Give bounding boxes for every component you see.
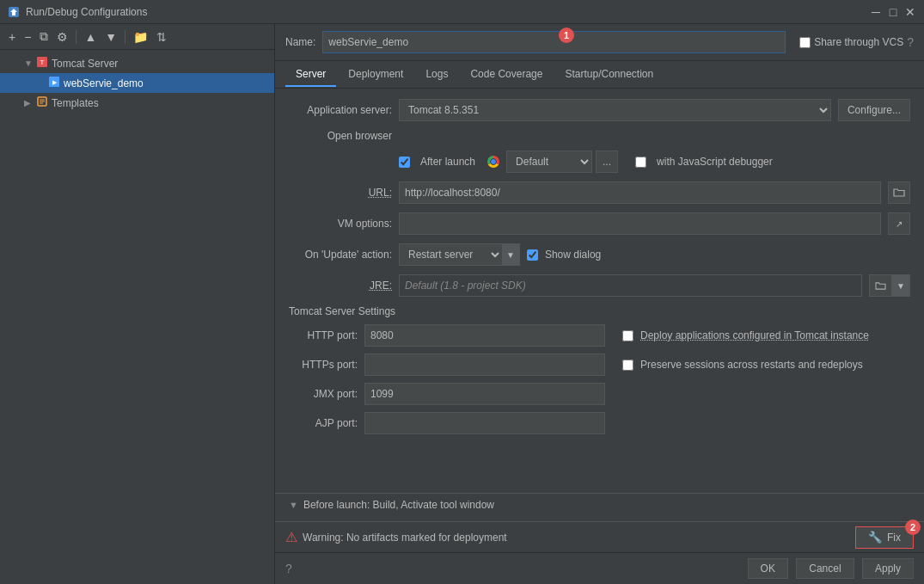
share-vcs-row: Share through VCS ? — [799, 35, 914, 49]
warning-message: ⚠ Warning: No artifacts marked for deplo… — [285, 529, 507, 545]
deploy-apps-checkbox[interactable] — [622, 330, 633, 341]
separator2 — [125, 30, 125, 44]
tree-group-tomcat[interactable]: ▼ T Tomcat Server — [0, 53, 274, 73]
before-launch-label: Before launch: Build, Activate tool wind… — [303, 499, 494, 511]
browser-select[interactable]: Default — [506, 151, 592, 173]
share-help-button[interactable]: ? — [907, 35, 914, 49]
share-vcs-checkbox[interactable] — [799, 37, 811, 48]
name-input[interactable] — [322, 31, 786, 53]
vm-options-label: VM options: — [289, 218, 392, 230]
name-row: 1 Name: Share through VCS ? — [275, 24, 924, 61]
help-button[interactable]: ? — [285, 562, 292, 575]
url-input[interactable] — [399, 181, 881, 204]
on-update-row: On 'Update' action: Restart server ▼ Sho… — [289, 243, 910, 266]
restart-server-select[interactable]: Restart server — [399, 243, 502, 266]
before-launch-header: ▼ Before launch: Build, Activate tool wi… — [289, 499, 910, 511]
svg-text:T: T — [40, 58, 45, 66]
jre-input[interactable] — [399, 274, 862, 297]
vm-options-row: VM options: ↗ — [289, 212, 910, 235]
folder-button[interactable]: 📁 — [130, 28, 151, 46]
preserve-sessions-label: Preserve sessions across restarts and re… — [640, 359, 863, 371]
app-server-controls: Tomcat 8.5.351 Configure... — [399, 99, 910, 121]
jre-row: JRE: ▼ — [289, 274, 910, 297]
before-launch-section: ▼ Before launch: Build, Activate tool wi… — [275, 493, 924, 521]
show-dialog-row: Show dialog — [527, 249, 601, 261]
jmx-port-label: JMX port: — [289, 388, 358, 400]
action-buttons-row: ? OK Cancel Apply — [275, 552, 924, 584]
templates-icon — [36, 95, 48, 110]
tabs-row: Server Deployment Logs Code Coverage Sta… — [275, 61, 924, 89]
expand-arrow: ▼ — [24, 58, 36, 68]
config-icon: ▶ — [48, 76, 60, 90]
move-up-button[interactable]: ▲ — [81, 28, 100, 46]
tab-deployment[interactable]: Deployment — [338, 63, 413, 87]
browser-select-row: Default ... — [487, 151, 618, 173]
app-server-select[interactable]: Tomcat 8.5.351 — [399, 99, 831, 121]
apply-button[interactable]: Apply — [862, 558, 914, 579]
tree-group-label: Tomcat Server — [52, 58, 118, 70]
ok-button[interactable]: OK — [748, 558, 788, 579]
tab-logs[interactable]: Logs — [415, 63, 458, 87]
js-debugger-label: with JavaScript debugger — [657, 156, 773, 168]
copy-config-button[interactable]: ⧉ — [36, 28, 52, 46]
jre-buttons: ▼ — [869, 274, 910, 297]
tab-code-coverage[interactable]: Code Coverage — [460, 63, 553, 87]
jre-folder-button[interactable] — [869, 274, 891, 297]
open-browser-section: Open browser After launch Default ... wi… — [289, 130, 910, 173]
after-launch-label: After launch — [420, 156, 475, 168]
right-panel: 1 Name: Share through VCS ? Server Deplo… — [275, 24, 924, 584]
after-launch-checkbox[interactable] — [399, 157, 410, 168]
before-launch-collapse[interactable]: ▼ — [289, 500, 298, 510]
vm-options-input[interactable] — [399, 212, 881, 235]
configure-button[interactable]: Configure... — [838, 99, 910, 121]
tree-item-templates[interactable]: ▶ Templates — [0, 93, 274, 113]
jmx-port-input[interactable] — [364, 383, 605, 405]
url-folder-button[interactable] — [888, 181, 910, 204]
vm-expand-button[interactable]: ↗ — [888, 212, 910, 235]
open-browser-header-row: Open browser — [289, 130, 910, 142]
tomcat-settings-title: Tomcat Server Settings — [289, 305, 910, 317]
warning-icon: ⚠ — [285, 529, 297, 545]
cancel-button[interactable]: Cancel — [796, 558, 854, 579]
show-dialog-label: Show dialog — [545, 249, 601, 261]
url-label: URL: — [289, 187, 392, 199]
tab-server[interactable]: Server — [285, 63, 336, 87]
jmx-port-row: JMX port: — [289, 383, 910, 405]
chrome-icon — [487, 156, 499, 168]
add-config-button[interactable]: + — [5, 28, 19, 46]
preserve-sessions-checkbox[interactable] — [622, 360, 633, 371]
warning-text-content: Warning: No artifacts marked for deploym… — [303, 532, 507, 544]
show-dialog-checkbox[interactable] — [527, 249, 538, 261]
ajp-port-label: AJP port: — [289, 417, 358, 429]
settings-button[interactable]: ⚙ — [53, 28, 71, 46]
window-controls[interactable]: ─ □ ✕ — [869, 5, 917, 19]
title-bar: Run/Debug Configurations ─ □ ✕ — [0, 0, 924, 24]
jre-label: JRE: — [289, 280, 392, 292]
maximize-button[interactable]: □ — [886, 5, 900, 19]
window-title: Run/Debug Configurations — [26, 6, 869, 18]
close-button[interactable]: ✕ — [903, 5, 917, 19]
ajp-port-input[interactable] — [364, 412, 605, 434]
browser-more-button[interactable]: ... — [596, 151, 618, 173]
js-debugger-checkbox[interactable] — [635, 157, 646, 168]
url-row: URL: — [289, 181, 910, 204]
jre-dropdown-button[interactable]: ▼ — [891, 274, 910, 297]
fix-button-wrapper: 2 🔧 Fix — [855, 526, 914, 549]
config-content: Application server: Tomcat 8.5.351 Confi… — [275, 89, 924, 489]
move-down-button[interactable]: ▼ — [101, 28, 120, 46]
tab-startup-connection[interactable]: Startup/Connection — [554, 63, 664, 87]
http-port-input[interactable] — [364, 324, 605, 347]
ajp-port-row: AJP port: — [289, 412, 910, 434]
restart-select-wrap: Restart server ▼ — [399, 243, 520, 266]
minimize-button[interactable]: ─ — [869, 5, 883, 19]
sort-button[interactable]: ⇅ — [153, 28, 170, 46]
https-port-input[interactable] — [364, 353, 605, 376]
tree-item-label: webServie_demo — [64, 77, 144, 89]
on-update-label: On 'Update' action: — [289, 249, 392, 261]
badge-1: 1 — [559, 28, 574, 43]
remove-config-button[interactable]: − — [21, 28, 34, 46]
restart-dropdown-button[interactable]: ▼ — [502, 243, 520, 266]
left-panel: + − ⧉ ⚙ ▲ ▼ 📁 ⇅ ▼ T Tomcat Server — [0, 24, 275, 584]
tomcat-settings-label: Tomcat Server Settings — [289, 305, 395, 317]
tree-item-webservie-demo[interactable]: ▶ webServie_demo — [0, 73, 274, 93]
